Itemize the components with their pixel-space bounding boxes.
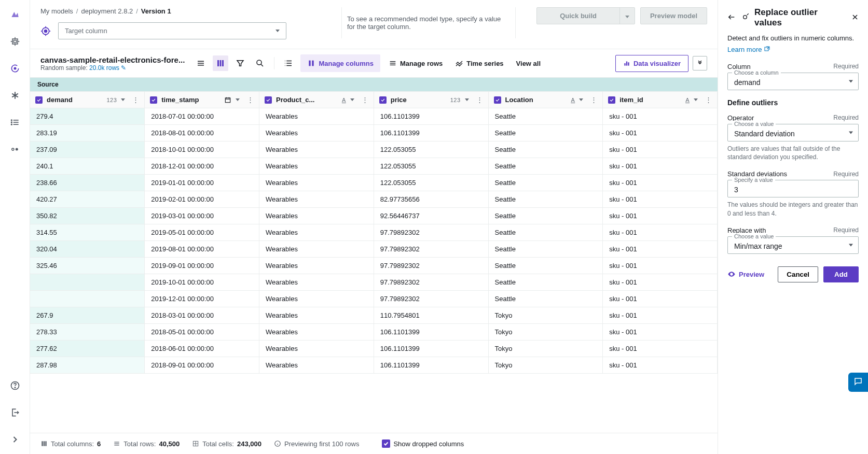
column-header-time_stamp[interactable]: time_stamp ⋮ [145, 92, 259, 108]
column-menu-icon[interactable]: ⋮ [362, 96, 368, 104]
target-icon [40, 26, 51, 36]
svg-point-17 [15, 148, 18, 151]
cell [30, 274, 145, 291]
column-header-Location[interactable]: LocationA ⋮ [488, 92, 603, 108]
learn-more-link[interactable]: Learn more [727, 46, 859, 53]
column-header-item_id[interactable]: item_idA ⋮ [603, 92, 718, 108]
back-icon[interactable] [727, 13, 736, 23]
chevron-down-icon[interactable] [350, 98, 354, 101]
column-checkbox[interactable] [35, 96, 43, 104]
cancel-button[interactable]: Cancel [778, 266, 818, 282]
cell: 106.1101399 [374, 357, 488, 374]
required-label: Required [833, 63, 859, 70]
breadcrumb-deployment[interactable]: deployment 2.8.2 [81, 7, 133, 15]
cell: 97.79892302 [374, 241, 488, 258]
data-visualizer-button[interactable]: Data visualizer [615, 55, 688, 72]
help-icon[interactable] [9, 379, 21, 392]
column-menu-icon[interactable]: ⋮ [705, 96, 712, 104]
table-row: 2019-10-01 00:00:00Wearables97.79892302S… [30, 274, 718, 291]
cell: Seattle [488, 125, 603, 141]
column-header-demand[interactable]: demand123 ⋮ [30, 92, 145, 108]
rows-icon[interactable] [281, 55, 296, 71]
manage-rows-button[interactable]: Manage rows [384, 56, 447, 70]
svg-point-19 [15, 387, 15, 388]
chevron-down-icon[interactable] [236, 98, 240, 101]
search-icon[interactable] [252, 55, 268, 71]
column-header-Product_c...[interactable]: Product_c...A ⋮ [259, 92, 374, 108]
cell: Wearables [259, 191, 374, 208]
table-row: 238.662019-01-01 00:00:00Wearables122.05… [30, 175, 718, 191]
cell: 283.19 [30, 125, 145, 141]
panel-title: Replace outlier values [754, 7, 846, 28]
chevron-down-icon [849, 244, 853, 246]
cell: sku - 001 [603, 108, 718, 125]
column-select[interactable]: Choose a columndemand [727, 73, 859, 90]
cell: Seattle [488, 224, 603, 241]
sample-link[interactable]: 20.0k rows [89, 64, 119, 72]
table-row: 277.622018-06-01 00:00:00Wearables106.11… [30, 340, 718, 357]
time-series-button[interactable]: Time series [451, 56, 507, 70]
chevron-down-icon[interactable] [121, 98, 125, 101]
cell: 2018-07-01 00:00:00 [145, 108, 259, 125]
table-row: 320.042019-08-01 00:00:00Wearables97.798… [30, 241, 718, 258]
svg-point-21 [45, 30, 47, 32]
column-checkbox[interactable] [494, 96, 501, 104]
source-label: Source [30, 77, 718, 92]
add-button[interactable]: Add [823, 266, 859, 282]
stddev-input[interactable]: Specify a value3 [727, 180, 859, 197]
logo-icon[interactable] [9, 8, 21, 21]
manage-columns-button[interactable]: Manage columns [300, 54, 380, 72]
chevron-down-icon[interactable] [465, 98, 469, 101]
cell: Wearables [259, 274, 374, 291]
operator-select[interactable]: Choose a valueStandard deviation [727, 124, 859, 141]
target-column-select[interactable]: Target column [58, 22, 286, 39]
cell: 2018-05-01 00:00:00 [145, 324, 259, 340]
column-checkbox[interactable] [150, 96, 157, 104]
left-nav [0, 0, 30, 454]
table-row: 237.092018-10-01 00:00:00Wearables122.05… [30, 141, 718, 158]
breadcrumb-models[interactable]: My models [40, 7, 73, 15]
table-row: 278.332018-05-01 00:00:00Wearables106.11… [30, 324, 718, 340]
asterisk-icon[interactable] [9, 89, 21, 102]
cell: sku - 001 [603, 324, 718, 340]
cell: 2019-03-01 00:00:00 [145, 208, 259, 224]
chevron-down-icon[interactable] [694, 98, 698, 101]
grid-view-icon[interactable] [213, 55, 228, 71]
show-dropped-checkbox[interactable] [382, 439, 390, 448]
column-menu-icon[interactable]: ⋮ [247, 96, 254, 104]
column-checkbox[interactable] [379, 96, 387, 104]
chevron-down-icon[interactable] [579, 98, 583, 101]
cell: 267.9 [30, 307, 145, 324]
list-view-icon[interactable] [193, 55, 209, 71]
collapse-icon[interactable] [693, 56, 707, 70]
svg-line-34 [261, 64, 264, 66]
chat-icon[interactable] [848, 373, 868, 392]
logout-icon[interactable] [9, 406, 21, 419]
list-icon[interactable] [9, 116, 21, 129]
column-menu-icon[interactable]: ⋮ [132, 96, 139, 104]
column-menu-icon[interactable]: ⋮ [590, 96, 597, 104]
sample-label: Random sample: [40, 64, 88, 72]
chip-icon[interactable] [9, 35, 21, 48]
refresh-icon[interactable] [9, 62, 21, 75]
edit-icon[interactable]: ✎ [121, 64, 126, 72]
svg-rect-29 [217, 60, 219, 66]
dots-icon[interactable] [9, 143, 21, 155]
column-menu-icon[interactable]: ⋮ [476, 96, 483, 104]
total-cells: Total cells: 243,000 [192, 440, 261, 448]
table-row: 325.462019-09-01 00:00:00Wearables97.798… [30, 258, 718, 274]
quick-build-button: Quick build [536, 7, 635, 24]
close-icon[interactable] [851, 13, 859, 22]
preview-button[interactable]: Preview [727, 270, 764, 278]
column-header-price[interactable]: price123 ⋮ [374, 92, 488, 108]
cell: 2018-06-01 00:00:00 [145, 340, 259, 357]
cell: sku - 001 [603, 191, 718, 208]
expand-icon[interactable] [9, 433, 21, 446]
column-checkbox[interactable] [265, 96, 272, 104]
replace-select[interactable]: Choose a valueMin/max range [727, 236, 859, 254]
filter-icon[interactable] [232, 55, 248, 71]
side-panel: Replace outlier values Detect and fix ou… [718, 0, 868, 454]
cell: 110.7954801 [374, 307, 488, 324]
view-all-button[interactable]: View all [512, 56, 545, 70]
column-checkbox[interactable] [608, 96, 615, 104]
